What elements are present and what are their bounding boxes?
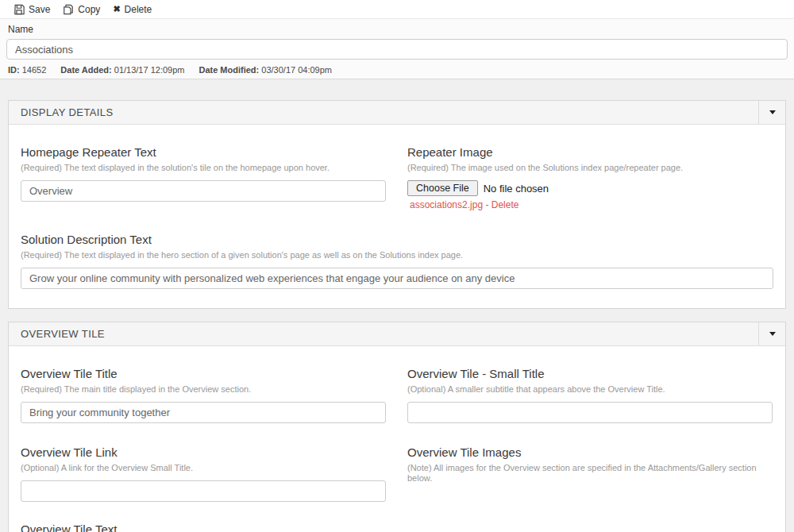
- overview-tile-body: Overview Tile Title (Required) The main …: [9, 346, 785, 532]
- display-details-collapse-button[interactable]: [758, 101, 785, 125]
- overview-tile-small-title-input[interactable]: [407, 402, 773, 423]
- form-content: DISPLAY DETAILS Homepage Repeater Text (…: [0, 79, 794, 532]
- field-overview-tile-link: Overview Tile Link (Optional) A link for…: [21, 445, 407, 502]
- display-details-title: DISPLAY DETAILS: [9, 106, 114, 118]
- overview-tile-title-input[interactable]: [21, 402, 386, 423]
- copy-icon: [63, 4, 74, 15]
- homepage-repeater-text-input[interactable]: [21, 180, 386, 202]
- field-solution-description-text: Solution Description Text (Required) The…: [21, 233, 773, 289]
- date-modified-value: 03/30/17 04:09pm: [261, 65, 332, 75]
- record-id: ID: 14652: [8, 65, 46, 75]
- overview-tile-title-text: OVERVIEW TILE: [9, 328, 105, 340]
- field-row: Overview Tile Link (Optional) A link for…: [21, 445, 773, 502]
- field-row: Homepage Repeater Text (Required) The te…: [21, 145, 773, 210]
- field-overview-tile-images: Overview Tile Images (Note) All images f…: [407, 445, 773, 502]
- overview-tile-title-description: (Required) The main title displayed in t…: [21, 384, 407, 395]
- attachment-row: associations2.jpg - Delete: [407, 199, 773, 210]
- choose-file-button[interactable]: Choose File: [407, 180, 478, 196]
- solution-description-text-description: (Required) The text displayed in the her…: [21, 250, 773, 260]
- field-overview-tile-title: Overview Tile Title (Required) The main …: [21, 367, 407, 423]
- homepage-repeater-text-label: Homepage Repeater Text: [21, 145, 407, 159]
- record-id-label: ID:: [8, 65, 20, 75]
- homepage-repeater-text-description: (Required) The text displayed in the sol…: [21, 163, 407, 173]
- date-added-label: Date Added:: [60, 65, 111, 75]
- overview-tile-small-title-description: (Optional) A smaller subtitle that appea…: [407, 384, 773, 395]
- repeater-image-file-input: Choose File No file chosen: [407, 180, 773, 196]
- delete-button-label: Delete: [125, 4, 152, 15]
- record-meta: ID: 14652 Date Added: 01/13/17 12:09pm D…: [6, 65, 788, 75]
- field-homepage-repeater-text: Homepage Repeater Text (Required) The te…: [21, 145, 407, 210]
- overview-tile-title-label: Overview Tile Title: [21, 367, 407, 380]
- delete-x-icon: ✖: [113, 5, 120, 13]
- attachment-separator: -: [485, 199, 488, 210]
- overview-tile-link-description: (Optional) A link for the Overview Small…: [21, 463, 407, 473]
- record-date-modified: Date Modified: 03/30/17 04:09pm: [198, 65, 332, 75]
- toolbar: Save Copy ✖ Delete: [0, 0, 794, 19]
- field-overview-tile-small-title: Overview Tile - Small Title (Optional) A…: [407, 367, 773, 423]
- field-overview-tile-text: Overview Tile Text (Required) The text d…: [21, 522, 773, 532]
- display-details-header[interactable]: DISPLAY DETAILS: [9, 101, 785, 125]
- chevron-down-icon: [769, 110, 776, 114]
- name-section: Name ID: 14652 Date Added: 01/13/17 12:0…: [0, 19, 794, 79]
- delete-button[interactable]: ✖ Delete: [109, 2, 156, 17]
- copy-button-label: Copy: [78, 4, 100, 15]
- date-modified-label: Date Modified:: [198, 65, 259, 75]
- name-input[interactable]: [6, 39, 788, 60]
- section-display-details: DISPLAY DETAILS Homepage Repeater Text (…: [8, 100, 786, 309]
- overview-tile-link-input[interactable]: [21, 480, 386, 502]
- date-added-value: 01/13/17 12:09pm: [114, 65, 185, 75]
- repeater-image-label: Repeater Image: [407, 145, 773, 159]
- repeater-image-description: (Required) The image used on the Solutio…: [407, 163, 773, 173]
- overview-tile-small-title-label: Overview Tile - Small Title: [407, 367, 773, 380]
- overview-tile-images-description: (Note) All images for the Overview secti…: [407, 463, 773, 484]
- chevron-down-icon: [769, 332, 776, 336]
- overview-tile-text-label: Overview Tile Text: [21, 522, 773, 532]
- no-file-chosen-text: No file chosen: [484, 183, 549, 195]
- overview-tile-images-label: Overview Tile Images: [407, 445, 773, 459]
- display-details-body: Homepage Repeater Text (Required) The te…: [9, 125, 785, 308]
- field-repeater-image: Repeater Image (Required) The image used…: [407, 145, 773, 210]
- save-icon: [13, 4, 25, 15]
- overview-tile-link-label: Overview Tile Link: [21, 445, 407, 459]
- solution-description-text-input[interactable]: [21, 268, 773, 289]
- record-date-added: Date Added: 01/13/17 12:09pm: [60, 65, 184, 75]
- record-header-area: Save Copy ✖ Delete Name ID: 14652 Dat: [0, 0, 794, 79]
- attachment-delete-link[interactable]: Delete: [491, 199, 519, 210]
- name-label: Name: [6, 25, 788, 35]
- save-button[interactable]: Save: [10, 2, 54, 17]
- overview-tile-collapse-button[interactable]: [758, 322, 785, 346]
- attachment-filename-link[interactable]: associations2.jpg: [410, 199, 483, 210]
- overview-tile-header[interactable]: OVERVIEW TILE: [9, 322, 785, 346]
- save-button-label: Save: [29, 4, 50, 15]
- copy-button[interactable]: Copy: [59, 2, 104, 17]
- record-id-value: 14652: [22, 65, 47, 75]
- section-overview-tile: OVERVIEW TILE Overview Tile Title (Requi…: [8, 322, 786, 532]
- field-row: Overview Tile Title (Required) The main …: [21, 367, 773, 423]
- solution-description-text-label: Solution Description Text: [21, 233, 773, 246]
